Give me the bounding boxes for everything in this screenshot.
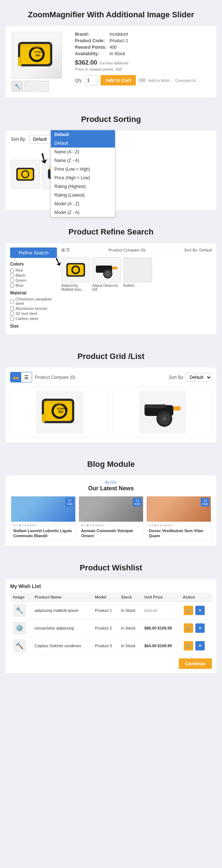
- add-to-cart-button[interactable]: Add to Cart: [101, 75, 136, 86]
- wish-img-cell-2: ⚙️: [10, 619, 32, 637]
- price-old: Ex Tax: $300.00: [100, 61, 128, 65]
- code-label: Product Code:: [75, 38, 107, 43]
- list-view-button[interactable]: ☰: [21, 372, 32, 382]
- grid-section-title: Product Grid /List: [6, 352, 216, 361]
- reward-points-line: Price in reward points: 200: [75, 67, 210, 71]
- svg-rect-30: [13, 377, 15, 379]
- grid-product-img-1: STABILA 3m: [36, 391, 83, 434]
- wish-remove-btn-3[interactable]: ✕: [195, 641, 205, 650]
- refine-prod-2: Aliqua Deserunt Elit: [92, 257, 121, 291]
- colors-title: Colors: [10, 262, 57, 267]
- blog-post-body-1: ● 0 ■ 0 ● admin Nullam Laoreet Lobortis …: [11, 522, 75, 540]
- wish-action-2: 🛒 ✕: [180, 619, 212, 637]
- wishlist-row-2: ⚙️ consectetur adipiscing Product 2 In S…: [10, 619, 212, 637]
- wish-model-2: Product 2: [92, 619, 118, 637]
- wish-img-1: 🔧: [13, 604, 26, 617]
- blog-meta-3: ● 0 ■ 0 ● admin: [149, 523, 209, 527]
- col-model: Model: [92, 593, 118, 602]
- wish-remove-btn-2[interactable]: ✕: [195, 623, 205, 633]
- wish-img-cell-3: 🔨: [10, 637, 32, 654]
- svg-point-11: [22, 171, 28, 177]
- view-toggle: ☰: [10, 372, 32, 382]
- wish-img-3: 🔨: [13, 639, 26, 652]
- grid-right: Sort By: Default: [169, 373, 212, 382]
- blog-post-3: 12 Feb ● 0 ■ 0 ● admin Donec Vestibulum …: [146, 496, 211, 541]
- wishlist-header-row: Image Product Name Model Stock Unit Pric…: [10, 593, 212, 602]
- sort-card: Sort By: Default Name (A - Z) Name (Z - …: [6, 131, 216, 210]
- svg-rect-27: [112, 267, 117, 269]
- dropdown-item-price-lh[interactable]: Price (Low > High): [51, 165, 115, 174]
- svg-rect-45: [145, 404, 166, 408]
- col-unit-price: Unit Price: [141, 593, 180, 602]
- quantity-input[interactable]: [85, 75, 98, 86]
- dropdown-item-rating-high[interactable]: Rating (Highest): [51, 182, 115, 191]
- color-black[interactable]: Black: [10, 273, 57, 277]
- dropdown-item-rating-low[interactable]: Rating (Lowest): [51, 191, 115, 200]
- wish-price-1: $320.00: [141, 601, 180, 619]
- or-text: OR: [139, 78, 145, 83]
- thumb-2[interactable]: [25, 81, 36, 92]
- refine-sidebar: Refine Search Colors Red Black Green Blu…: [10, 247, 57, 330]
- code-row: Product Code: Product 1: [75, 38, 210, 43]
- material-s2[interactable]: S2 tool steel: [10, 311, 57, 316]
- blog-post-title-1: Nullam Laoreet Lobortis Ligula Commodo B…: [13, 528, 73, 539]
- wish-compare-text: Add to Wish ... Compare th...: [148, 78, 199, 83]
- dropdown-item-default[interactable]: Default: [51, 139, 115, 148]
- wish-price-2: $88.00 $109.99: [141, 619, 180, 637]
- dropdown-item-name-az[interactable]: Name (A - Z): [51, 148, 115, 156]
- svg-rect-29: [16, 374, 18, 376]
- wish-cart-btn-2[interactable]: 🛒: [184, 623, 193, 633]
- wish-name-1: adipiscing mattislit Ipsum: [32, 601, 92, 619]
- zoom-magnifier-section: ZoomMagnifier With Additional Image Slid…: [0, 0, 222, 105]
- dropdown-item-price-hl[interactable]: Price (High > Low): [51, 174, 115, 182]
- blog-super-label: BLOG: [11, 481, 211, 485]
- svg-point-26: [105, 271, 111, 277]
- wish-cart-btn-1[interactable]: 🛒: [184, 606, 193, 615]
- refine-search-button[interactable]: Refine Search: [10, 247, 57, 258]
- thumbnail-strip: 🔧: [12, 81, 69, 92]
- sort-prod-1: [11, 160, 40, 189]
- color-red[interactable]: Red: [10, 268, 57, 272]
- wish-action-1: 🛒 ✕: [180, 601, 212, 619]
- continue-button[interactable]: Continue: [179, 658, 212, 669]
- price-main: $362.00: [75, 59, 97, 66]
- material-chromium[interactable]: Chromium vanadium steel: [10, 297, 57, 306]
- grid-sort-select[interactable]: Default: [186, 373, 212, 382]
- svg-rect-38: [44, 401, 72, 404]
- blog-card: BLOG Our Latest News 12 Feb ● 0 ■ 0 ● ad…: [6, 475, 216, 546]
- color-blue[interactable]: Blue: [10, 283, 57, 288]
- dropdown-item-model-za[interactable]: Model (Z - A): [51, 208, 115, 217]
- sort-dropdown: Default Default Name (A - Z) Name (Z - A…: [50, 130, 115, 217]
- refine-prod-3: Buttert...: [123, 257, 152, 291]
- dropdown-item-name-za[interactable]: Name (Z - A): [51, 156, 115, 165]
- wishlist-table: Image Product Name Model Stock Unit Pric…: [10, 593, 212, 655]
- grid-icon: [13, 374, 18, 379]
- brand-row: Brand: Incididunt: [75, 32, 210, 37]
- wishlist-thead: Image Product Name Model Stock Unit Pric…: [10, 593, 212, 602]
- dropdown-item-model-az[interactable]: Model (A - Z): [51, 200, 115, 208]
- wish-remove-btn-1[interactable]: ✕: [195, 606, 205, 615]
- thumb-3[interactable]: [37, 81, 49, 92]
- product-grid: STABILA 3m: [10, 387, 212, 438]
- sort-by-label: Sort By:: [11, 137, 26, 142]
- product-info: Brand: Incididunt Product Code: Product …: [75, 32, 210, 86]
- svg-text:3m: 3m: [36, 53, 40, 57]
- wishlist-row-1: 🔧 adipiscing mattislit Ipsum Product 1 I…: [10, 601, 212, 619]
- thumb-1[interactable]: 🔧: [12, 81, 23, 92]
- color-green[interactable]: Green: [10, 278, 57, 282]
- sort-tape-icon: [14, 163, 36, 185]
- blog-post-body-3: ● 0 ■ 0 ● admin Donec Vestibulum Sem Vit…: [147, 522, 211, 540]
- wish-img-cell-1: 🔧: [10, 601, 32, 619]
- material-aluminium[interactable]: Aluminium bronze: [10, 306, 57, 311]
- wishlist-list-title: My Wish List: [10, 583, 212, 589]
- refine-main: ➘ ⊞ ☰ Product Compare (0) Sort By: Defau…: [61, 247, 212, 330]
- wish-cart-btn-3[interactable]: 🛒: [184, 641, 193, 650]
- material-carbon[interactable]: Carbon steel: [10, 316, 57, 321]
- reward-row: Reward Points: 400: [75, 45, 210, 50]
- grid-view-button[interactable]: [10, 372, 21, 382]
- product-compare-label: Product Compare (0): [108, 248, 146, 252]
- refine-prod-name-1: Adipiscing Mattislit Ipsu...: [61, 284, 90, 291]
- col-product-name: Product Name: [32, 593, 92, 602]
- wish-price-3: $64.00 $109.99: [141, 637, 180, 654]
- grid-tape-icon: STABILA 3m: [40, 394, 79, 430]
